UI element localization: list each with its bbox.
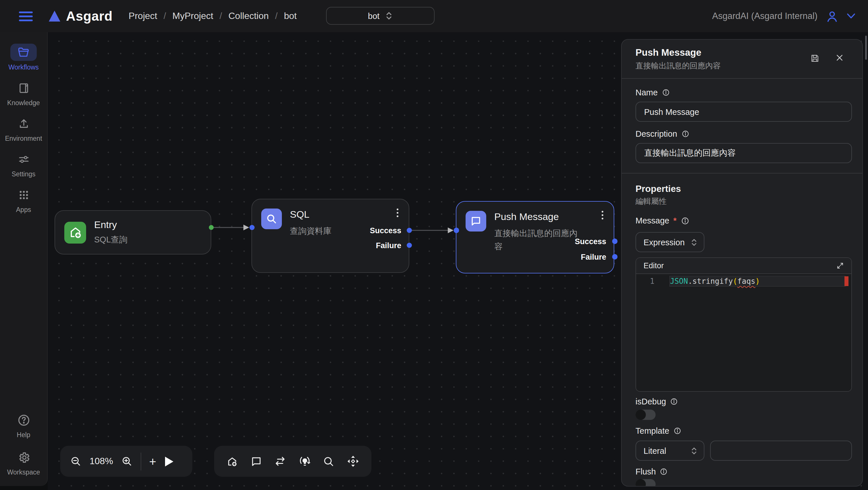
- node-menu-kebab-icon[interactable]: [396, 207, 400, 218]
- home-plus-icon: [64, 222, 86, 243]
- page-scrollbar[interactable]: [865, 36, 867, 60]
- search-icon: [261, 208, 282, 229]
- info-icon[interactable]: [670, 398, 678, 406]
- node-palette-toolbar: [214, 446, 371, 477]
- sidebar-item-apps[interactable]: Apps: [16, 186, 31, 213]
- sidebar-label: Environment: [5, 135, 42, 142]
- code-line: JSON.stringify(faqs): [670, 277, 760, 286]
- swap-arrows-icon[interactable]: [274, 455, 286, 468]
- workflow-selector[interactable]: bot: [326, 7, 435, 25]
- user-icon[interactable]: [826, 9, 839, 23]
- description-input[interactable]: [636, 143, 852, 163]
- account-area: AsgardAI (Asgard Internal): [712, 9, 856, 23]
- info-icon[interactable]: [660, 468, 668, 475]
- message-type-select[interactable]: Expression: [636, 232, 704, 252]
- name-input[interactable]: [636, 102, 852, 122]
- info-icon[interactable]: [673, 427, 681, 435]
- book-icon: [18, 82, 30, 94]
- expression-editor: Editor 1 JSON.stringify(faqs): [636, 257, 852, 392]
- chevron-down-icon[interactable]: [847, 13, 856, 19]
- sidebar-label: Knowledge: [7, 99, 40, 106]
- template-type-value: Literal: [644, 446, 666, 455]
- zoom-out-icon[interactable]: [70, 456, 82, 467]
- info-icon[interactable]: [662, 88, 670, 96]
- node-title: SQL: [290, 209, 332, 221]
- sidebar-item-environment[interactable]: Environment: [5, 115, 42, 142]
- sidebar-label: Workflows: [8, 64, 39, 71]
- line-number: 1: [636, 277, 654, 286]
- template-value-input[interactable]: [710, 441, 852, 461]
- help-circle-icon: [17, 413, 30, 427]
- node-subtitle: 直接輸出訊息的回應內容: [494, 227, 582, 253]
- panel-body: Name Description Properties 編輯屬性 Message…: [622, 88, 862, 487]
- expand-icon[interactable]: [836, 262, 844, 269]
- sidebar-label: Apps: [16, 206, 31, 213]
- panel-header: Push Message 直接輸出訊息的回應內容: [622, 40, 862, 79]
- breadcrumb-myproject[interactable]: MyProject: [173, 11, 213, 21]
- sidebar-item-workflows[interactable]: Workflows: [8, 44, 39, 71]
- canvas-zoom-toolbar: 108% +: [60, 446, 192, 477]
- sidebar: Workflows Knowledge Environment Settings…: [0, 32, 48, 486]
- sidebar-item-help[interactable]: Help: [17, 411, 30, 438]
- entry-node-tool-icon[interactable]: [226, 455, 238, 467]
- toolbar-divider: [141, 452, 141, 470]
- breadcrumb-bot[interactable]: bot: [284, 11, 297, 21]
- sidebar-item-settings[interactable]: Settings: [11, 150, 35, 177]
- output-success-label: Success: [575, 237, 606, 246]
- info-icon[interactable]: [681, 130, 689, 138]
- isdebug-toggle[interactable]: [636, 410, 656, 420]
- node-menu-kebab-icon[interactable]: [600, 210, 604, 221]
- hamburger-menu-icon[interactable]: [19, 11, 33, 21]
- node-push-message[interactable]: Push Message 直接輸出訊息的回應內容 Success Failure: [456, 201, 614, 273]
- run-workflow-icon[interactable]: [164, 456, 174, 467]
- output-failure-label: Failure: [581, 253, 606, 261]
- add-node-icon[interactable]: +: [149, 455, 156, 467]
- info-icon[interactable]: [681, 216, 689, 225]
- folder-open-icon: [17, 47, 30, 58]
- node-sql[interactable]: SQL 查詢資料庫 Success Failure: [251, 199, 409, 273]
- fit-view-icon[interactable]: [347, 455, 360, 468]
- node-title: Entry: [94, 220, 127, 231]
- top-bar: Asgard Project / MyProject / Collection …: [0, 0, 868, 32]
- properties-heading: Properties: [636, 184, 852, 194]
- search-tool-icon[interactable]: [323, 455, 335, 467]
- save-icon[interactable]: [810, 53, 820, 63]
- workflow-selector-value: bot: [368, 11, 379, 20]
- editor-label: Editor: [644, 261, 664, 270]
- asgard-app: Asgard Project / MyProject / Collection …: [0, 0, 868, 490]
- output-success-label: Success: [370, 226, 401, 235]
- chat-bubble-icon: [466, 211, 486, 231]
- panel-divider: [622, 173, 862, 173]
- sliders-icon: [18, 153, 30, 165]
- isdebug-label: isDebug: [636, 397, 666, 406]
- template-label: Template: [636, 426, 670, 435]
- name-label: Name: [636, 88, 658, 97]
- sidebar-label: Settings: [11, 171, 35, 177]
- updown-chevron-icon: [385, 11, 393, 20]
- updown-chevron-icon: [691, 238, 698, 246]
- breadcrumb-collection[interactable]: Collection: [228, 11, 269, 21]
- code-area[interactable]: 1 JSON.stringify(faqs): [636, 274, 851, 392]
- apps-grid-icon: [18, 189, 29, 200]
- required-asterisk: *: [673, 216, 677, 225]
- node-subtitle: 查詢資料庫: [290, 225, 332, 238]
- breadcrumb-separator: /: [164, 11, 166, 21]
- message-node-tool-icon[interactable]: [250, 455, 262, 467]
- sidebar-item-knowledge[interactable]: Knowledge: [7, 79, 40, 106]
- asgard-logo-icon: [48, 10, 61, 22]
- intent-detection-icon[interactable]: [299, 455, 311, 468]
- zoom-level: 108%: [90, 456, 113, 466]
- close-icon[interactable]: [835, 53, 844, 62]
- template-type-select[interactable]: Literal: [636, 441, 704, 461]
- zoom-in-icon[interactable]: [121, 456, 133, 467]
- node-entry[interactable]: Entry SQL查詢: [55, 210, 211, 255]
- sidebar-label: Help: [17, 431, 30, 438]
- account-label: AsgardAI (Asgard Internal): [712, 11, 817, 21]
- breadcrumb-separator: /: [275, 11, 278, 21]
- breadcrumb-project[interactable]: Project: [129, 11, 157, 21]
- description-label: Description: [636, 129, 677, 139]
- node-config-panel: Push Message 直接輸出訊息的回應內容 Name Descriptio…: [621, 39, 863, 487]
- editor-header: Editor: [636, 258, 851, 274]
- sidebar-item-workspace[interactable]: Workspace: [7, 449, 40, 475]
- flush-toggle[interactable]: [636, 479, 656, 487]
